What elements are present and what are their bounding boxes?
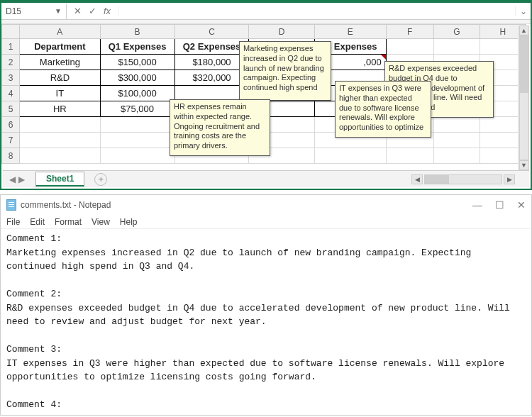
- col-header[interactable]: F: [386, 25, 433, 39]
- row-header[interactable]: 6: [2, 117, 20, 133]
- row-header[interactable]: 5: [2, 101, 20, 117]
- cell[interactable]: [100, 117, 174, 133]
- row-header[interactable]: 1: [2, 39, 20, 55]
- cell[interactable]: [433, 117, 480, 133]
- col-header[interactable]: A: [20, 25, 100, 39]
- notepad-icon: [6, 199, 16, 211]
- vertical-scrollbar[interactable]: ▲ ▼: [518, 26, 529, 170]
- row-header[interactable]: 2: [2, 55, 20, 70]
- cell-text: $180,000: [192, 57, 231, 67]
- cell[interactable]: $150,000: [100, 55, 174, 70]
- scroll-up-icon[interactable]: ▲: [519, 26, 529, 35]
- menu-item-view[interactable]: View: [92, 217, 110, 227]
- comment-text: IT expenses in Q3 were higher than expec…: [339, 84, 423, 131]
- cell[interactable]: [20, 148, 100, 164]
- notepad-title: comments.txt - Notepad: [21, 200, 111, 210]
- row-header[interactable]: 8: [2, 148, 20, 164]
- maximize-icon[interactable]: ☐: [495, 199, 504, 211]
- chevron-down-icon[interactable]: ▼: [55, 7, 62, 15]
- comment-indicator-icon[interactable]: [381, 55, 386, 60]
- cell[interactable]: $320,000: [174, 70, 249, 86]
- cell[interactable]: Marketing: [20, 55, 100, 70]
- cell[interactable]: HR: [20, 101, 100, 117]
- notepad-window: comments.txt - Notepad — ☐ ✕ File Edit F…: [0, 194, 532, 416]
- comment-callout[interactable]: Marketing expenses increased in Q2 due t…: [239, 41, 331, 101]
- cell[interactable]: [314, 148, 386, 164]
- menu-item-help[interactable]: Help: [120, 217, 138, 227]
- cell[interactable]: $100,000: [100, 86, 174, 101]
- col-header[interactable]: B: [100, 25, 174, 39]
- col-header[interactable]: D: [249, 25, 314, 39]
- cancel-icon[interactable]: ✕: [74, 6, 82, 16]
- comment-text: Marketing expenses increased in Q2 due t…: [243, 44, 324, 91]
- scroll-thumb[interactable]: [425, 175, 449, 184]
- col-header[interactable]: E: [314, 25, 386, 39]
- cell[interactable]: [20, 117, 100, 133]
- row-header[interactable]: 7: [2, 133, 20, 148]
- scroll-down-icon[interactable]: ▼: [519, 160, 529, 170]
- cell[interactable]: [433, 148, 480, 164]
- chevron-left-icon[interactable]: ◀: [9, 174, 16, 184]
- comment-text: HR expenses remain within expected range…: [174, 102, 260, 150]
- cell[interactable]: [100, 133, 174, 148]
- scroll-left-icon[interactable]: ◀: [411, 174, 423, 184]
- row-header[interactable]: 4: [2, 86, 20, 101]
- grid-area: A B C D E F G H 1 Department Q1 Expenses…: [1, 24, 531, 170]
- excel-window: D15 ▼ ✕ ✓ fx ⌄ A B C D E F G H: [0, 0, 532, 190]
- cell[interactable]: $180,000: [174, 55, 249, 70]
- scroll-track[interactable]: [424, 174, 502, 184]
- new-sheet-button[interactable]: +: [94, 173, 107, 186]
- cell[interactable]: [20, 133, 100, 148]
- cell[interactable]: Q1 Expenses: [100, 39, 174, 55]
- col-header[interactable]: C: [174, 25, 249, 39]
- fx-icon[interactable]: fx: [104, 6, 111, 16]
- cell[interactable]: [386, 39, 433, 55]
- cell[interactable]: $75,000: [100, 101, 174, 117]
- cell[interactable]: [433, 133, 480, 148]
- cell[interactable]: Q2 Expenses: [174, 39, 249, 55]
- cell[interactable]: $300,000: [100, 70, 174, 86]
- notepad-menu: File Edit Format View Help: [1, 215, 531, 229]
- scroll-right-icon[interactable]: ▶: [504, 174, 515, 184]
- sheet-tab[interactable]: Sheet1: [35, 172, 84, 187]
- cell[interactable]: [433, 39, 480, 55]
- notepad-text-area[interactable]: Comment 1: Marketing expenses increased …: [1, 229, 531, 415]
- cell[interactable]: IT: [20, 86, 100, 101]
- sheet-tab-bar: ◀▶ Sheet1 + ◀ ▶: [3, 170, 529, 187]
- col-header[interactable]: G: [433, 25, 480, 39]
- tab-nav-arrows[interactable]: ◀▶: [3, 174, 31, 184]
- notepad-titlebar[interactable]: comments.txt - Notepad — ☐ ✕: [1, 195, 531, 215]
- cell[interactable]: [386, 148, 433, 164]
- scroll-thumb[interactable]: [520, 36, 528, 93]
- select-all-corner[interactable]: [2, 25, 20, 39]
- cell[interactable]: [100, 148, 174, 164]
- formula-input[interactable]: [118, 4, 515, 19]
- minimize-icon[interactable]: —: [472, 199, 482, 211]
- formula-bar-icons: ✕ ✓ fx: [67, 6, 118, 16]
- horizontal-scrollbar[interactable]: ◀ ▶: [411, 174, 529, 184]
- name-box-value: D15: [6, 6, 21, 16]
- cell-text: $75,000: [121, 104, 154, 114]
- chevron-right-icon[interactable]: ▶: [18, 174, 25, 184]
- close-icon[interactable]: ✕: [517, 199, 526, 211]
- cell[interactable]: R&D: [20, 70, 100, 86]
- menu-item-file[interactable]: File: [6, 217, 20, 227]
- cell[interactable]: Department: [20, 39, 100, 55]
- column-header-row: A B C D E F G H: [2, 25, 526, 39]
- confirm-icon[interactable]: ✓: [89, 6, 96, 16]
- name-box[interactable]: D15 ▼: [1, 4, 67, 19]
- formula-bar: D15 ▼ ✕ ✓ fx ⌄: [1, 3, 531, 20]
- comment-callout[interactable]: HR expenses remain within expected range…: [170, 99, 270, 156]
- scroll-track[interactable]: [519, 35, 529, 160]
- expand-formula-bar-icon[interactable]: ⌄: [515, 6, 531, 16]
- cell-text: ,000: [363, 57, 381, 67]
- comment-callout[interactable]: IT expenses in Q3 were higher than expec…: [335, 81, 431, 138]
- row-header[interactable]: 3: [2, 70, 20, 86]
- menu-item-format[interactable]: Format: [55, 217, 82, 227]
- menu-item-edit[interactable]: Edit: [30, 217, 45, 227]
